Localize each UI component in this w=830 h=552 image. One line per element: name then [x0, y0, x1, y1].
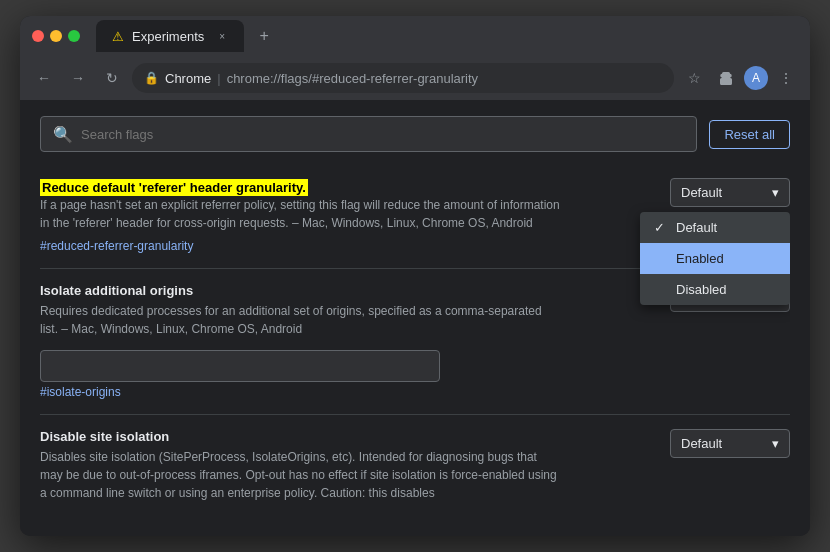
minimize-traffic-light[interactable]	[50, 30, 62, 42]
dropdown-chevron-icon: ▾	[772, 185, 779, 200]
toolbar-icons: ☆ A ⋮	[680, 64, 800, 92]
dropdown-option-disabled: Disabled	[676, 282, 727, 297]
experiments-tab-icon: ⚠	[110, 28, 126, 44]
reset-all-button[interactable]: Reset all	[709, 120, 790, 149]
flag-item-disable-site-isolation: Disable site isolation Disables site iso…	[40, 415, 790, 520]
flag-desc-reduce-referrer: If a page hasn't set an explicit referre…	[40, 196, 560, 232]
browser-window: ⚠ Experiments × + ← → ↻ 🔒 Chrome | chrom…	[20, 16, 810, 536]
flag-control-disable-site-isolation: Default ▾	[670, 429, 790, 458]
maximize-traffic-light[interactable]	[68, 30, 80, 42]
dropdown-item-disabled[interactable]: Disabled	[640, 274, 790, 305]
page-content: 🔍 Reset all Reduce default 'referer' hea…	[20, 100, 810, 536]
bookmark-button[interactable]: ☆	[680, 64, 708, 92]
address-bar: ← → ↻ 🔒 Chrome | chrome://flags/#reduced…	[20, 56, 810, 100]
reduce-referrer-current-val: Default	[681, 185, 722, 200]
reduce-referrer-dropdown-wrap: Default ▾ ✓ Default Enabled	[670, 178, 790, 207]
site-isolation-dropdown-chevron-icon: ▾	[772, 436, 779, 451]
flag-link-reduce-referrer[interactable]: #reduced-referrer-granularity	[40, 239, 193, 253]
reload-button[interactable]: ↻	[98, 64, 126, 92]
chrome-brand-label: Chrome	[165, 71, 211, 86]
forward-button[interactable]: →	[64, 64, 92, 92]
search-bar[interactable]: 🔍	[40, 116, 697, 152]
url-display: chrome://flags/#reduced-referrer-granula…	[227, 71, 662, 86]
flag-item-reduce-referrer: Reduce default 'referer' header granular…	[40, 164, 790, 269]
dropdown-option-enabled: Enabled	[676, 251, 724, 266]
experiments-tab[interactable]: ⚠ Experiments ×	[96, 20, 244, 52]
address-input[interactable]: 🔒 Chrome | chrome://flags/#reduced-refer…	[132, 63, 674, 93]
profile-avatar[interactable]: A	[744, 66, 768, 90]
flag-link-isolate-origins[interactable]: #isolate-origins	[40, 385, 121, 399]
flag-title-reduce-referrer: Reduce default 'referer' header granular…	[40, 179, 308, 196]
traffic-lights	[32, 30, 80, 42]
flags-list: Reduce default 'referer' header granular…	[40, 164, 790, 520]
check-icon: ✓	[654, 220, 668, 235]
close-traffic-light[interactable]	[32, 30, 44, 42]
flag-desc-disable-site-isolation: Disables site isolation (SitePerProcess,…	[40, 448, 560, 502]
lock-icon: 🔒	[144, 71, 159, 85]
disable-site-isolation-dropdown-wrap: Default ▾	[670, 429, 790, 458]
url-separator: |	[217, 71, 220, 86]
new-tab-button[interactable]: +	[252, 24, 276, 48]
back-button[interactable]: ←	[30, 64, 58, 92]
disable-site-isolation-current-val: Default	[681, 436, 722, 451]
flag-title-disable-site-isolation: Disable site isolation	[40, 429, 630, 444]
dropdown-item-enabled[interactable]: Enabled	[640, 243, 790, 274]
flag-title-isolate-origins: Isolate additional origins	[40, 283, 630, 298]
dropdown-item-default[interactable]: ✓ Default	[640, 212, 790, 243]
tab-close-button[interactable]: ×	[214, 28, 230, 44]
isolate-origins-input[interactable]	[40, 350, 440, 382]
search-icon: 🔍	[53, 125, 73, 144]
search-input[interactable]	[81, 127, 684, 142]
experiments-tab-label: Experiments	[132, 29, 204, 44]
reduce-referrer-dropdown-btn[interactable]: Default ▾	[670, 178, 790, 207]
search-bar-row: 🔍 Reset all	[40, 116, 790, 152]
flag-desc-isolate-origins: Requires dedicated processes for an addi…	[40, 302, 560, 338]
menu-button[interactable]: ⋮	[772, 64, 800, 92]
dropdown-option-default: Default	[676, 220, 717, 235]
reduce-referrer-dropdown-menu: ✓ Default Enabled Disabled	[640, 212, 790, 305]
flag-control-reduce-referrer: Default ▾ ✓ Default Enabled	[670, 178, 790, 207]
title-bar: ⚠ Experiments × +	[20, 16, 810, 56]
extensions-button[interactable]	[712, 64, 740, 92]
disable-site-isolation-dropdown-btn[interactable]: Default ▾	[670, 429, 790, 458]
